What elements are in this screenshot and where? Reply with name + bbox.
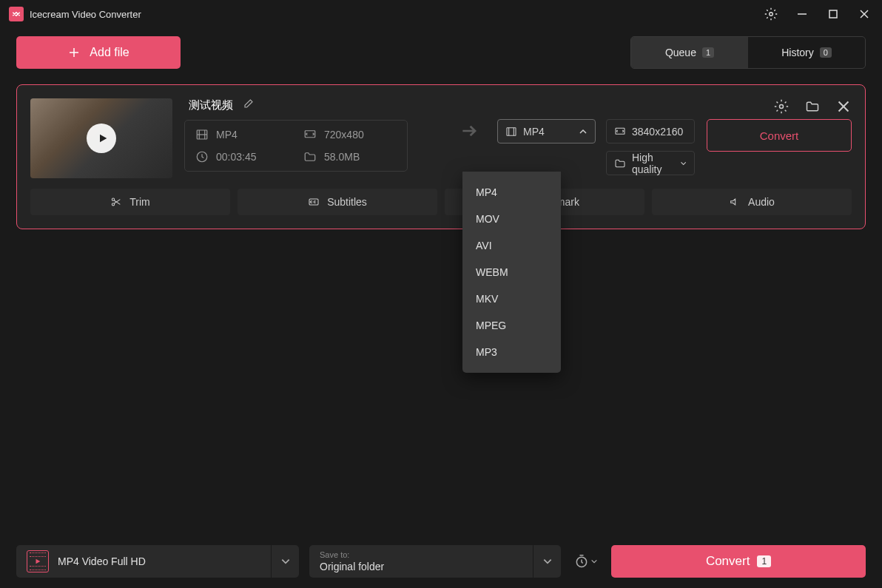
- audio-icon: [729, 196, 741, 208]
- item-title: 测试视频: [189, 98, 233, 112]
- convert-all-button[interactable]: Convert 1: [611, 545, 866, 578]
- format-select[interactable]: MP4: [497, 119, 596, 143]
- app-title: Icecream Video Converter: [30, 9, 141, 20]
- titlebar: Icecream Video Converter: [0, 0, 882, 28]
- history-count-badge: 0: [820, 47, 832, 58]
- trim-button[interactable]: Trim: [30, 189, 230, 215]
- chevron-up-icon: [579, 127, 588, 136]
- quality-select[interactable]: High quality: [606, 151, 695, 175]
- save-to-select[interactable]: Save to: Original folder: [309, 545, 561, 578]
- dropdown-item[interactable]: MP4: [462, 179, 561, 206]
- edit-icon[interactable]: [242, 98, 254, 112]
- source-meta: MP4 720x480 00:03:45 58.0MB: [184, 120, 408, 172]
- file-icon: [303, 150, 317, 163]
- queue-item-card: 测试视频 MP4 720x480 00:03:45 58.0MB: [16, 84, 866, 229]
- cc-icon: [308, 196, 320, 208]
- minimize-button[interactable]: [793, 5, 811, 23]
- dropdown-item[interactable]: MPEG: [462, 312, 561, 339]
- chevron-down-icon[interactable]: [533, 545, 561, 578]
- play-icon: [87, 124, 116, 153]
- resolution-icon: [303, 128, 317, 141]
- convert-item-button[interactable]: Convert: [707, 119, 852, 152]
- resolution-select[interactable]: 3840x2160: [606, 119, 695, 143]
- dropdown-item[interactable]: WEBM: [462, 259, 561, 285]
- preset-icon: [27, 550, 49, 572]
- clock-icon: [195, 150, 209, 163]
- footer: MP4 Video Full HD Save to: Original fold…: [0, 535, 882, 588]
- save-to-value: Original folder: [320, 561, 551, 572]
- tab-queue[interactable]: Queue 1: [631, 37, 748, 68]
- audio-button[interactable]: Audio: [652, 189, 852, 215]
- svg-point-0: [770, 13, 773, 16]
- tab-history[interactable]: History 0: [748, 37, 865, 68]
- folder-icon[interactable]: [804, 98, 821, 115]
- arrow-icon: [456, 119, 485, 143]
- item-settings-icon[interactable]: [773, 98, 790, 115]
- svg-rect-16: [507, 127, 516, 135]
- dropdown-item[interactable]: MOV: [462, 206, 561, 232]
- queue-count-badge: 1: [702, 47, 714, 58]
- svg-point-20: [112, 198, 115, 200]
- chevron-down-icon[interactable]: [271, 545, 299, 578]
- chevron-down-icon: [680, 159, 687, 168]
- scissors-icon: [110, 196, 122, 208]
- close-button[interactable]: [855, 5, 873, 23]
- chevron-down-icon: [590, 558, 598, 565]
- maximize-button[interactable]: [824, 5, 842, 23]
- svg-point-21: [112, 203, 115, 206]
- folder-icon: [614, 158, 626, 169]
- app-logo: [9, 7, 24, 21]
- timer-button[interactable]: [571, 545, 601, 578]
- dropdown-item[interactable]: AVI: [462, 232, 561, 259]
- close-icon[interactable]: [835, 98, 852, 115]
- plus-icon: [67, 46, 81, 59]
- add-file-button[interactable]: Add file: [16, 36, 181, 69]
- toolbar: Add file Queue 1 History 0: [0, 28, 882, 77]
- dropdown-item[interactable]: MKV: [462, 285, 561, 312]
- preset-select[interactable]: MP4 Video Full HD: [16, 545, 299, 578]
- save-to-label: Save to:: [320, 550, 551, 559]
- settings-icon[interactable]: [762, 5, 780, 23]
- svg-rect-2: [829, 10, 837, 18]
- tabs: Queue 1 History 0: [630, 36, 866, 69]
- subtitles-button[interactable]: Subtitles: [238, 189, 437, 215]
- svg-point-7: [780, 105, 784, 109]
- timer-icon: [574, 554, 589, 569]
- film-icon: [505, 126, 517, 138]
- convert-count-badge: 1: [757, 555, 771, 567]
- video-thumbnail[interactable]: [30, 98, 172, 178]
- format-dropdown: MP4 MOV AVI WEBM MKV MPEG MP3: [462, 172, 561, 373]
- resolution-icon: [614, 126, 626, 138]
- film-icon: [195, 128, 209, 141]
- dropdown-item[interactable]: MP3: [462, 339, 561, 365]
